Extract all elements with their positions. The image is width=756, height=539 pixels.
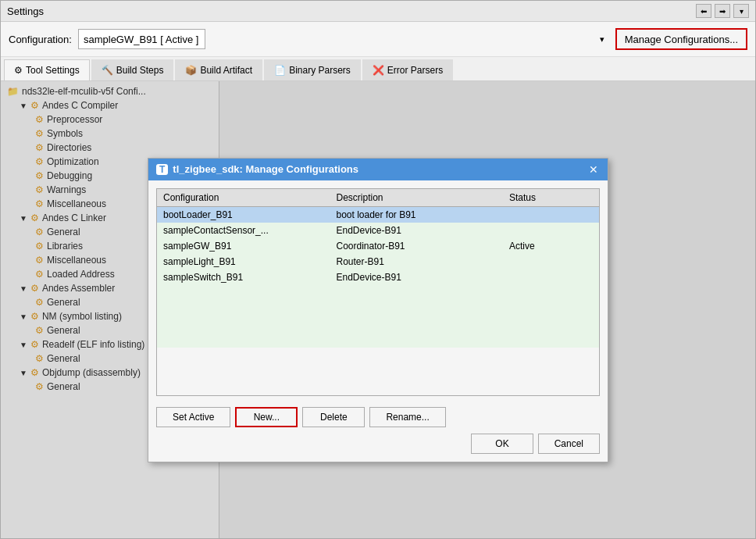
config-cell-name: bootLoader_B91	[157, 206, 330, 223]
modal-ok-cancel: OK Cancel	[156, 434, 600, 454]
config-cell-description: boot loader for B91	[330, 206, 502, 223]
title-bar: Settings ⬅ ➡ ▾	[1, 1, 755, 22]
config-table-empty-row	[157, 316, 599, 332]
config-table-row[interactable]: bootLoader_B91boot loader for B91	[157, 206, 599, 223]
config-table-empty-row	[157, 301, 599, 316]
tab-build-artifact[interactable]: 📦 Build Artifact	[175, 59, 262, 80]
configurations-table-container: Configuration Description Status bootLoa…	[156, 188, 600, 396]
tab-tool-settings-label: Tool Settings	[26, 65, 80, 76]
tab-error-parsers-label: Error Parsers	[387, 65, 443, 76]
config-table-empty-row	[157, 285, 599, 301]
config-label: Configuration:	[9, 34, 72, 45]
tab-build-steps-label: Build Steps	[116, 65, 164, 76]
tab-tool-settings[interactable]: ⚙ Tool Settings	[4, 59, 90, 80]
config-cell-status	[503, 254, 599, 270]
main-area: 📁 nds32le-elf-mculib-v5f Confi... ▼ ⚙ An…	[1, 81, 755, 538]
settings-window: Settings ⬅ ➡ ▾ Configuration: sampleGW_B…	[0, 0, 756, 539]
config-cell-description: Router-B91	[330, 254, 502, 270]
config-table-row[interactable]: sampleSwitch_B91EndDevice-B91	[157, 270, 599, 285]
menu-button[interactable]: ▾	[733, 4, 749, 18]
modal-body: Configuration Description Status bootLoa…	[148, 180, 608, 462]
config-cell-name: sampleGW_B91	[157, 238, 330, 254]
config-table-empty-row	[157, 332, 599, 348]
config-cell-description: EndDevice-B91	[330, 223, 502, 238]
config-cell-name: sampleLight_B91	[157, 254, 330, 270]
config-cell-status: Active	[503, 238, 599, 254]
configurations-table: Configuration Description Status bootLoa…	[157, 189, 599, 348]
window-title: Settings	[7, 5, 44, 17]
modal-title-text: tl_zigbee_sdk: Manage Configurations	[173, 163, 358, 175]
tool-settings-icon: ⚙	[14, 65, 23, 76]
manage-configurations-dialog: T tl_zigbee_sdk: Manage Configurations ✕…	[148, 158, 608, 462]
tab-binary-parsers[interactable]: 📄 Binary Parsers	[264, 59, 361, 80]
delete-button[interactable]: Delete	[302, 407, 365, 427]
config-select-wrapper: sampleGW_B91 [ Active ]	[78, 29, 609, 49]
config-cell-status	[503, 270, 599, 285]
tab-error-parsers[interactable]: ❌ Error Parsers	[362, 59, 453, 80]
modal-action-buttons: Set Active New... Delete Rename...	[156, 407, 600, 427]
config-bar: Configuration: sampleGW_B91 [ Active ] M…	[1, 22, 755, 57]
binary-parsers-icon: 📄	[274, 65, 286, 76]
error-parsers-icon: ❌	[373, 65, 384, 76]
build-artifact-icon: 📦	[185, 65, 197, 76]
manage-configurations-button[interactable]: Manage Configurations...	[615, 28, 747, 50]
col-header-configuration: Configuration	[157, 189, 330, 207]
col-header-description: Description	[330, 189, 502, 207]
back-button[interactable]: ⬅	[696, 4, 711, 18]
config-table-row[interactable]: sampleContactSensor_...EndDevice-B91	[157, 223, 599, 238]
config-cell-description: Coordinator-B91	[330, 238, 502, 254]
col-header-status: Status	[503, 189, 599, 207]
build-steps-icon: 🔨	[102, 65, 113, 76]
config-cell-description: EndDevice-B91	[330, 270, 502, 285]
config-table-row[interactable]: sampleGW_B91Coordinator-B91Active	[157, 238, 599, 254]
tab-build-artifact-label: Build Artifact	[200, 65, 252, 76]
modal-title: T tl_zigbee_sdk: Manage Configurations	[156, 163, 358, 175]
modal-overlay: T tl_zigbee_sdk: Manage Configurations ✕…	[1, 81, 755, 538]
config-cell-name: sampleSwitch_B91	[157, 270, 330, 285]
config-table-row[interactable]: sampleLight_B91Router-B91	[157, 254, 599, 270]
modal-close-button[interactable]: ✕	[587, 163, 600, 176]
config-cell-status	[503, 206, 599, 223]
ok-button[interactable]: OK	[471, 434, 533, 454]
tabs-bar: ⚙ Tool Settings 🔨 Build Steps 📦 Build Ar…	[1, 57, 755, 81]
modal-title-bar: T tl_zigbee_sdk: Manage Configurations ✕	[148, 159, 608, 180]
set-active-button[interactable]: Set Active	[156, 407, 230, 427]
modal-title-icon: T	[156, 164, 168, 175]
cancel-button[interactable]: Cancel	[538, 434, 600, 454]
config-cell-status	[503, 223, 599, 238]
rename-button[interactable]: Rename...	[369, 407, 445, 427]
forward-button[interactable]: ➡	[715, 4, 730, 18]
tab-build-steps[interactable]: 🔨 Build Steps	[91, 59, 174, 80]
new-button[interactable]: New...	[235, 407, 298, 427]
tab-binary-parsers-label: Binary Parsers	[289, 65, 351, 76]
config-select[interactable]: sampleGW_B91 [ Active ]	[78, 29, 205, 49]
config-cell-name: sampleContactSensor_...	[157, 223, 330, 238]
title-bar-controls: ⬅ ➡ ▾	[696, 4, 749, 18]
